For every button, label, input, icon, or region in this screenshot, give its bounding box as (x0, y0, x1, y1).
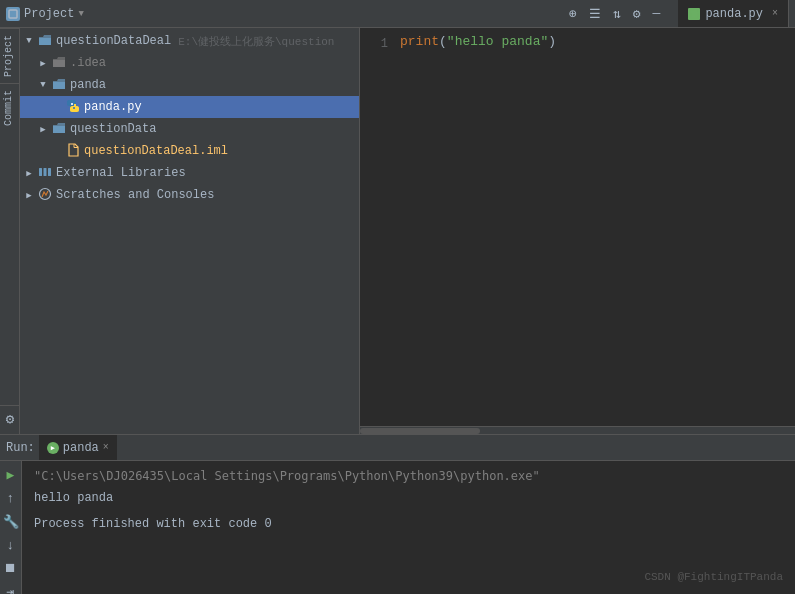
run-play-btn[interactable]: ▶ (5, 465, 17, 485)
label-iml: questionDataDeal.iml (84, 144, 228, 158)
project-selector[interactable]: Project ▼ (6, 7, 84, 21)
paren-close: ) (548, 32, 556, 52)
run-cmd-line: "C:\Users\DJ026435\Local Settings\Progra… (34, 465, 783, 487)
run-tab-close[interactable]: × (103, 442, 109, 453)
run-up-btn[interactable]: ↑ (5, 489, 17, 508)
folder-icon-idea (51, 56, 67, 71)
tree-item-question-data[interactable]: ▶ questionData (20, 118, 359, 140)
arrow-question-data: ▶ (38, 124, 48, 135)
string-value: "hello panda" (447, 32, 548, 52)
arrow-ext-libs: ▶ (24, 168, 34, 179)
folder-icon-root (37, 34, 53, 49)
run-tab-icon: ▶ (47, 442, 59, 454)
minimize-icon[interactable]: — (651, 4, 663, 23)
side-labels: Project Commit ⚙ (0, 28, 20, 434)
scratches-icon (37, 187, 53, 204)
code-line-1: print("hello panda") (400, 32, 795, 52)
top-bar: Project ▼ ⊕ ☰ ⇅ ⚙ — panda.py × (0, 0, 795, 28)
svg-rect-7 (48, 168, 51, 176)
label-idea: .idea (70, 56, 106, 70)
side-label-extra[interactable]: ⚙ (0, 405, 19, 434)
run-wrench-btn[interactable]: 🔧 (1, 512, 21, 532)
run-output: "C:\Users\DJ026435\Local Settings\Progra… (22, 461, 795, 594)
run-tab-panda[interactable]: ▶ panda × (39, 435, 117, 460)
label-question-data: questionData (70, 122, 156, 136)
watermark: CSDN @FightingITPanda (644, 566, 783, 588)
tree-item-panda-folder[interactable]: ▼ panda (20, 74, 359, 96)
main-content: Project Commit ⚙ ▼ questionDataDeal E:\健… (0, 28, 795, 434)
label-root: questionDataDeal (56, 34, 171, 48)
run-toolbar: ▶ ↑ 🔧 ↓ ⏹ ⇥ ⬇ (0, 461, 22, 594)
folder-icon-question (51, 122, 67, 137)
project-icon (6, 7, 20, 21)
root-path: E:\健投线上化服务\question (178, 34, 334, 49)
editor-content[interactable]: 1 print("hello panda") (360, 28, 795, 426)
arrow-panda: ▼ (38, 80, 48, 90)
svg-rect-5 (39, 168, 42, 176)
run-label: Run: (6, 441, 35, 455)
project-title: Project (24, 7, 74, 21)
run-stop-btn[interactable]: ⏹ (2, 559, 19, 578)
tree-item-ext-libs[interactable]: ▶ External Libraries (20, 162, 359, 184)
run-scroll-btn[interactable]: ⇥ (5, 582, 17, 594)
tab-file-icon (688, 8, 700, 20)
iml-file-icon (65, 143, 81, 160)
run-tab-name: panda (63, 441, 99, 455)
run-process-line: Process finished with exit code 0 (34, 513, 783, 535)
run-hello-line: hello panda (34, 487, 783, 509)
toolbar-icons: ⊕ ☰ ⇅ ⚙ — (567, 4, 662, 24)
tree-item-idea[interactable]: ▶ .idea (20, 52, 359, 74)
arrow-idea: ▶ (38, 58, 48, 69)
scrollbar-thumb (360, 428, 480, 434)
sort-icon[interactable]: ⇅ (611, 4, 623, 24)
line-numbers: 1 (360, 32, 396, 422)
svg-rect-6 (44, 168, 47, 176)
run-down-btn[interactable]: ↓ (5, 536, 17, 555)
add-icon[interactable]: ⊕ (567, 4, 579, 24)
folder-icon-panda (51, 78, 67, 93)
label-panda-py: panda.py (84, 100, 142, 114)
run-tab-bar: Run: ▶ panda × (0, 435, 795, 461)
python-file-icon (65, 99, 81, 116)
tab-close-btn[interactable]: × (772, 8, 778, 19)
horizontal-scrollbar[interactable] (360, 426, 795, 434)
run-main: ▶ ↑ 🔧 ↓ ⏹ ⇥ ⬇ "C:\Users\DJ026435\Local S… (0, 461, 795, 594)
arrow-scratches: ▶ (24, 190, 34, 201)
tree-item-iml[interactable]: questionDataDeal.iml (20, 140, 359, 162)
tree-item-root[interactable]: ▼ questionDataDeal E:\健投线上化服务\question (20, 30, 359, 52)
layout-icon[interactable]: ☰ (587, 4, 603, 24)
editor-tab-panda[interactable]: panda.py × (678, 0, 789, 27)
side-label-project[interactable]: Project (0, 28, 19, 83)
label-panda-folder: panda (70, 78, 106, 92)
code-area[interactable]: print("hello panda") (396, 32, 795, 422)
side-label-commit[interactable]: Commit (0, 83, 19, 132)
ext-libs-icon (37, 166, 53, 181)
project-arrow: ▼ (78, 9, 83, 19)
bottom-panel: Run: ▶ panda × ▶ ↑ 🔧 ↓ ⏹ ⇥ ⬇ "C:\Users\D… (0, 434, 795, 594)
tree-item-scratches[interactable]: ▶ Scratches and Consoles (20, 184, 359, 206)
label-scratches: Scratches and Consoles (56, 188, 214, 202)
settings-icon[interactable]: ⚙ (631, 4, 643, 24)
keyword-print: print (400, 32, 439, 52)
editor: 1 print("hello panda") (360, 28, 795, 434)
tab-filename: panda.py (705, 7, 763, 21)
paren-open: ( (439, 32, 447, 52)
file-tree: ▼ questionDataDeal E:\健投线上化服务\question ▶… (20, 28, 360, 434)
arrow-root: ▼ (24, 36, 34, 46)
svg-rect-1 (11, 12, 15, 16)
svg-marker-2 (691, 10, 698, 18)
tree-item-panda-py[interactable]: panda.py (20, 96, 359, 118)
label-ext-libs: External Libraries (56, 166, 186, 180)
